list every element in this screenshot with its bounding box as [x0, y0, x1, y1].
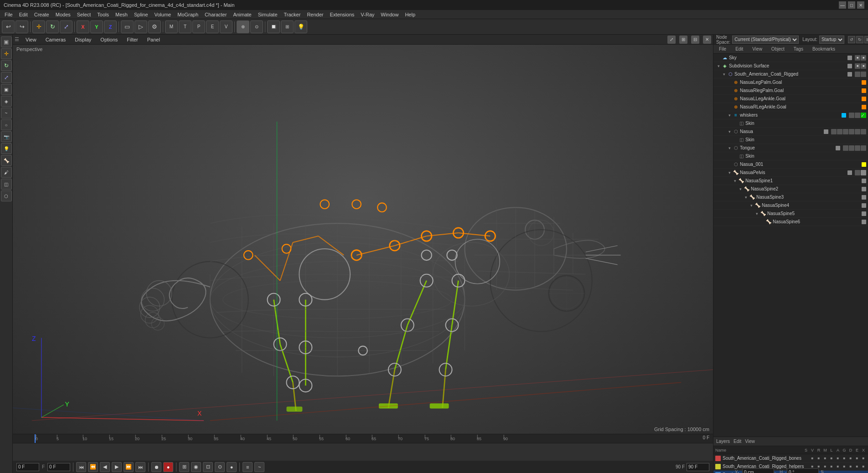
lt-camera[interactable]: 📷 — [1, 131, 12, 142]
menu-modes[interactable]: Modes — [53, 11, 73, 18]
toolbar-model-mode[interactable]: M — [165, 21, 178, 33]
mode-btn2[interactable]: ◉ — [191, 462, 201, 472]
prev-frame-button[interactable]: ⏪ — [88, 462, 98, 472]
layers-tab-view[interactable]: View — [745, 439, 755, 444]
menu-tools[interactable]: Tools — [94, 11, 112, 18]
sky-prop2[interactable]: ■ — [861, 55, 866, 61]
maximize-button[interactable]: □ — [848, 1, 855, 9]
expand-icon[interactable]: ▾ — [722, 72, 726, 77]
vp-close[interactable]: ✕ — [703, 36, 711, 44]
menu-create[interactable]: Create — [31, 11, 52, 18]
bones-flag-a[interactable]: ■ — [842, 456, 847, 461]
obj-row-nasuaspine4[interactable]: ▾ 🦴 NasuaSpine4 — [713, 201, 868, 210]
tongue-prop3[interactable] — [855, 145, 860, 151]
menu-render[interactable]: Render — [304, 11, 326, 18]
toolbar-render-settings[interactable]: ⚙ — [148, 21, 161, 33]
nasua-prop4[interactable] — [849, 129, 854, 134]
menu-volume[interactable]: Volume — [152, 11, 174, 18]
toolbar-mode-z[interactable]: Z — [104, 21, 117, 33]
lt-move[interactable]: ✛ — [1, 48, 12, 59]
whiskers-check[interactable]: ✓ — [861, 113, 866, 118]
node-space-select[interactable]: Current (Standard/Physical) — [732, 36, 799, 44]
bones-flag-r[interactable]: ■ — [822, 456, 828, 461]
helpers-flag-l[interactable]: ■ — [835, 464, 841, 469]
minimize-button[interactable]: — — [839, 1, 846, 9]
tongue-prop2[interactable] — [849, 145, 854, 151]
helpers-flag-g[interactable]: ■ — [848, 464, 853, 469]
rp-icon3[interactable]: ⊞ — [864, 36, 868, 43]
vp-split-v[interactable]: ⊟ — [691, 36, 699, 44]
obj-row-tongue[interactable]: ▾ ⬡ Tongue — [713, 144, 868, 152]
obj-row-nasuaspine2[interactable]: ▾ 🦴 NasuaSpine2 — [713, 185, 868, 193]
play-reverse-button[interactable]: ◀ — [100, 462, 110, 472]
vp-menu-filter[interactable]: Filter — [124, 36, 140, 43]
lt-light[interactable]: 💡 — [1, 143, 12, 154]
helpers-flag-m[interactable]: ■ — [829, 464, 834, 469]
obj-row-nasuaspine6[interactable]: 🦴 NasuaSpine6 — [713, 218, 868, 226]
layers-tab-edit[interactable]: Edit — [734, 439, 741, 444]
menu-mesh[interactable]: Mesh — [113, 11, 130, 18]
obj-row-nasuaspine5[interactable]: ▾ 🦴 NasuaSpine5 — [713, 210, 868, 218]
lt-model[interactable]: ▣ — [1, 84, 12, 95]
menu-tracker[interactable]: Tracker — [281, 11, 304, 18]
layout-select[interactable]: Startup — [819, 36, 844, 44]
toolbar-snap[interactable]: 🔲 — [267, 21, 280, 33]
menu-mograph[interactable]: MoGraph — [175, 11, 201, 18]
lt-scale[interactable]: ⤢ — [1, 72, 12, 83]
timeline-ruler[interactable]: 0 5 10 15 20 25 30 35 40 45 50 55 60 65 … — [13, 434, 713, 443]
vp-menu-options[interactable]: Options — [98, 36, 120, 43]
auto-key-button[interactable]: ● — [163, 462, 173, 472]
nasua-prop5[interactable] — [855, 129, 860, 134]
obj-row-skin3[interactable]: ◫ Skin — [713, 152, 868, 160]
sky-prop1[interactable]: ■ — [855, 55, 860, 61]
vp-menu-panel[interactable]: Panel — [145, 36, 163, 43]
bones-flag-d[interactable]: ■ — [854, 456, 860, 461]
toolbar-move[interactable]: ✛ — [32, 21, 45, 33]
helpers-flag-e[interactable]: ■ — [861, 464, 866, 469]
frame-field2-input[interactable] — [47, 463, 70, 471]
pelvis-prop1[interactable] — [855, 170, 860, 175]
obj-row-coati[interactable]: ▾ ⬡ South_American_Coati_Rigged — [713, 70, 868, 78]
obj-row-skin2[interactable]: ◫ Skin — [713, 136, 868, 144]
toolbar-world-axis[interactable]: ⊙ — [250, 21, 263, 33]
toolbar-polygon-mode[interactable]: P — [192, 21, 205, 33]
lt-bone[interactable]: 🦴 — [1, 155, 12, 166]
layer-row-bones[interactable]: South_American_Coati_Rigged_bones ■ ■ ■ … — [713, 454, 868, 463]
toolbar-undo[interactable]: ↩ — [2, 21, 15, 33]
whiskers-prop2[interactable] — [855, 113, 860, 118]
expand-icon[interactable]: ▾ — [754, 211, 759, 216]
bones-flag-l[interactable]: ■ — [835, 456, 841, 461]
toolbar-scale[interactable]: ⤢ — [60, 21, 72, 33]
menu-spline[interactable]: Spline — [131, 11, 151, 18]
vp-menu-cameras[interactable]: Cameras — [43, 36, 69, 43]
end-frame-input[interactable] — [687, 463, 709, 471]
lt-sculpt[interactable]: ⬡ — [1, 190, 12, 201]
bones-flag-g[interactable]: ■ — [848, 456, 853, 461]
pelvis-prop2[interactable] — [861, 170, 866, 175]
nasua-prop2[interactable] — [837, 129, 842, 134]
expand-icon[interactable]: ▾ — [727, 170, 732, 175]
expand-icon[interactable]: ▾ — [727, 129, 732, 134]
layers-tab-layers[interactable]: Layers — [716, 439, 730, 444]
expand-icon[interactable]: ▾ — [749, 203, 754, 208]
rp-icon1[interactable]: ↺ — [848, 36, 855, 43]
frame-start-input[interactable] — [16, 463, 39, 471]
obj-row-nasuarlegpalm[interactable]: ⊕ NasuaRlegPalm.Goal — [713, 87, 868, 95]
obj-tab-edit[interactable]: Edit — [732, 46, 747, 52]
h-input[interactable] — [787, 468, 819, 473]
obj-tab-object[interactable]: Object — [768, 46, 788, 52]
lt-paint[interactable]: 🖌 — [1, 167, 12, 178]
toolbar-light[interactable]: 💡 — [294, 21, 307, 33]
obj-row-skin1[interactable]: ◫ Skin — [713, 119, 868, 128]
obj-row-sky[interactable]: ☁ Sky ■ ■ — [713, 54, 868, 62]
play-button[interactable]: ▶ — [112, 462, 122, 472]
mode-btn4[interactable]: ⊙ — [215, 462, 225, 472]
subdiv-prop1[interactable]: ■ — [855, 63, 860, 69]
expand-icon[interactable]: ▾ — [716, 64, 721, 68]
obj-row-subdivision[interactable]: ▾ ◈ Subdivision Surface ■ ■ — [713, 62, 868, 70]
expand-icon[interactable]: ▾ — [744, 195, 748, 200]
expand-icon[interactable]: ▾ — [733, 179, 737, 183]
tongue-prop4[interactable] — [861, 145, 866, 151]
lt-null[interactable]: ○ — [1, 119, 12, 130]
motion-path-button[interactable]: ~ — [254, 462, 264, 472]
